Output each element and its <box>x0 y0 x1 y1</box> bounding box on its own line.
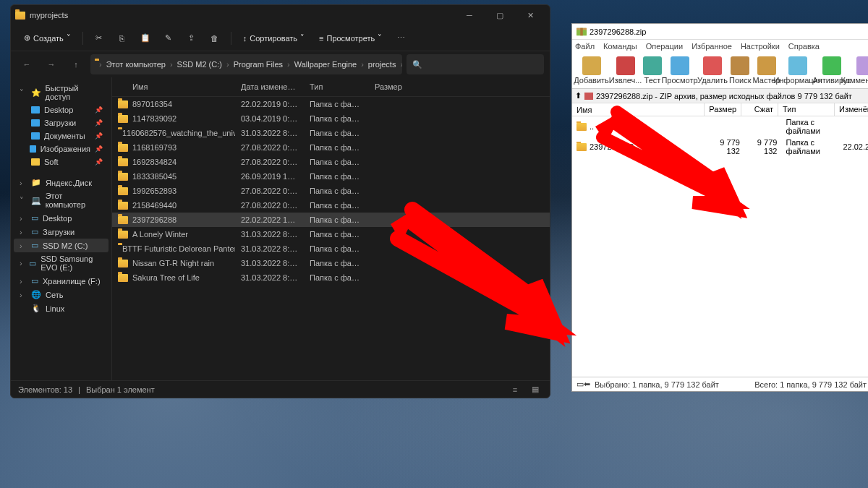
folder-icon <box>118 144 128 152</box>
file-row[interactable]: 215846944027.08.2022 0:33Папка с файлами <box>112 198 550 213</box>
folder-icon <box>118 115 128 123</box>
folder-icon <box>118 173 128 181</box>
explorer-window[interactable]: myprojects ─ ▢ ✕ ⊕ Создать ˅ ✂ ⎘ 📋 ✎ ⇪ 🗑… <box>10 4 550 398</box>
winrar-columns[interactable]: Имя Размер Сжат Тип Изменён <box>572 103 868 116</box>
file-row[interactable]: Sakura Tree of Life31.03.2022 8:05Папка … <box>112 270 550 285</box>
folder-icon <box>15 12 25 20</box>
toolbar-button[interactable]: Добавить <box>575 56 608 85</box>
file-row[interactable]: 114783909203.04.2019 0:23Папка с файлами <box>112 111 550 126</box>
winrar-rows[interactable]: ..Папка с файлами23972962889 779 1329 77… <box>572 116 868 377</box>
explorer-nav: ← → ↑ › Этот компьютер› SSD M2 (C:)› Pro… <box>11 51 550 77</box>
cut-icon[interactable]: ✂ <box>89 28 109 48</box>
winrar-title: 2397296288.zip <box>590 27 646 36</box>
file-row[interactable]: 116816979327.08.2022 0:27Папка с файлами <box>112 140 550 155</box>
sidebar-item[interactable]: Изображения📌 <box>14 142 109 155</box>
menu-item[interactable]: Настройки <box>741 42 780 51</box>
file-row[interactable]: 1160682576_watching_the_universe_red31.0… <box>112 126 550 140</box>
sidebar-thispc[interactable]: ˅💻 Этот компьютер <box>14 189 109 211</box>
file-row[interactable]: Nissan GT-R Night rain31.03.2022 8:05Пап… <box>112 256 550 270</box>
toolbar-button[interactable]: Комментарий <box>850 56 868 85</box>
winrar-status-total: Всего: 1 папка, 9 779 132 байт <box>754 380 867 389</box>
archive-row[interactable]: ..Папка с файлами <box>572 116 868 137</box>
menu-item[interactable]: Избранное <box>692 42 732 51</box>
file-row[interactable]: BTTF Futuristic Delorean Pantera31.03.20… <box>112 241 550 256</box>
toolbar-button[interactable]: Извлеч... <box>609 56 642 85</box>
sidebar-item[interactable]: Документы📌 <box>14 129 109 142</box>
forward-button[interactable]: → <box>41 54 61 74</box>
sidebar-quick-access[interactable]: ˅⭐ Быстрый доступ <box>14 82 109 103</box>
sidebar-item[interactable]: ›▭ SSD Samsung EVO (E:) <box>14 252 109 274</box>
view-button[interactable]: ≡ Просмотреть ˅ <box>313 30 388 46</box>
winrar-window[interactable]: 2397296288.zip ФайлКомандыОперацииИзбран… <box>571 23 868 392</box>
explorer-titlebar[interactable]: myprojects ─ ▢ ✕ <box>11 5 550 25</box>
status-bar: Элементов: 13 | Выбран 1 элемент ≡ ▦ <box>11 380 550 398</box>
winrar-titlebar[interactable]: 2397296288.zip <box>572 24 868 40</box>
winrar-toolbar: ДобавитьИзвлеч...ТестПросмотрУдалитьПоис… <box>572 53 868 89</box>
close-button[interactable]: ✕ <box>515 5 545 25</box>
sidebar-item[interactable]: Soft📌 <box>14 155 109 168</box>
copy-icon[interactable]: ⎘ <box>112 28 132 48</box>
share-icon[interactable]: ⇪ <box>182 28 202 48</box>
search-icon: 🔍 <box>412 60 422 69</box>
status-selection: Выбран 1 элемент <box>86 385 155 394</box>
file-row[interactable]: 89701635422.02.2019 0:26Папка с файлами <box>112 97 550 111</box>
menu-item[interactable]: Файл <box>575 42 595 51</box>
folder-icon <box>576 143 587 151</box>
folder-icon <box>118 158 128 166</box>
sidebar-linux[interactable]: 🐧 Linux <box>14 301 109 315</box>
svg-rect-3 <box>584 93 593 100</box>
sidebar-item[interactable]: Загрузки📌 <box>14 116 109 129</box>
sidebar-item[interactable]: ›▭ Загрузки <box>14 225 109 239</box>
paste-icon[interactable]: 📋 <box>135 28 156 48</box>
file-list[interactable]: Имя Дата изменения Тип Размер 8970163542… <box>112 77 550 380</box>
sidebar-yandex[interactable]: ›📁 Яндекс.Диск <box>14 176 109 189</box>
file-row[interactable]: A Lonely Winter31.03.2022 8:05Папка с фа… <box>112 227 550 241</box>
explorer-toolbar: ⊕ Создать ˅ ✂ ⎘ 📋 ✎ ⇪ 🗑 ↕ Сортировать ˅ … <box>11 25 550 51</box>
sort-button[interactable]: ↕ Сортировать ˅ <box>237 30 310 46</box>
winrar-icon <box>576 27 587 37</box>
sidebar-item[interactable]: ›▭ SSD M2 (C:) <box>14 239 109 252</box>
sidebar-item[interactable]: ›▭ Хранилище (F:) <box>14 274 109 288</box>
tiles-view-icon[interactable]: ▦ <box>528 384 542 395</box>
create-button[interactable]: ⊕ Создать ˅ <box>18 30 77 46</box>
menu-item[interactable]: Операции <box>646 42 683 51</box>
status-count: Элементов: 13 <box>18 385 72 394</box>
menu-item[interactable]: Команды <box>603 42 637 51</box>
file-row[interactable]: 169283482427.08.2022 0:27Папка с файлами <box>112 155 550 169</box>
folder-icon <box>118 187 128 195</box>
toolbar-button[interactable]: Тест <box>643 56 662 85</box>
toolbar-button[interactable]: Информация <box>782 56 814 85</box>
folder-icon <box>118 100 128 108</box>
archive-icon <box>584 92 593 100</box>
toolbar-button[interactable]: Поиск <box>729 56 751 85</box>
file-list-header[interactable]: Имя Дата изменения Тип Размер <box>112 77 550 97</box>
breadcrumb[interactable]: › Этот компьютер› SSD M2 (C:)› Program F… <box>90 54 402 74</box>
menu-item[interactable]: Справка <box>788 42 820 51</box>
sidebar-item[interactable]: ›▭ Desktop <box>14 211 109 225</box>
folder-icon <box>118 260 128 267</box>
details-view-icon[interactable]: ≡ <box>508 384 522 395</box>
up-icon[interactable]: ⬆ <box>575 91 582 100</box>
sidebar-item[interactable]: Desktop📌 <box>14 103 109 116</box>
file-row[interactable]: 239729628822.02.2022 15:49Папка с файлам… <box>112 213 550 227</box>
winrar-path[interactable]: ⬆ 2397296288.zip - ZIP архив, размер исх… <box>572 89 868 103</box>
folder-icon <box>118 231 128 239</box>
file-row[interactable]: 199265289327.08.2022 0:32Папка с файлами <box>112 184 550 198</box>
winrar-menu: ФайлКомандыОперацииИзбранноеНастройкиСпр… <box>572 40 868 53</box>
maximize-button[interactable]: ▢ <box>485 5 515 25</box>
sidebar-network[interactable]: ›🌐 Сеть <box>14 288 109 301</box>
archive-row[interactable]: 23972962889 779 1329 779 132Папка с файл… <box>572 137 868 157</box>
sidebar[interactable]: ˅⭐ Быстрый доступ Desktop📌 Загрузки📌 Док… <box>11 77 112 380</box>
rename-icon[interactable]: ✎ <box>158 28 179 48</box>
more-icon[interactable]: ⋯ <box>391 28 411 48</box>
delete-icon[interactable]: 🗑 <box>205 28 225 48</box>
file-row[interactable]: 183338504526.09.2019 17:46Папка с файлам… <box>112 169 550 184</box>
search-input[interactable]: 🔍 <box>407 54 544 74</box>
winrar-status: ▭⬅ Выбрано: 1 папка, 9 779 132 байт Всег… <box>572 377 868 391</box>
back-button[interactable]: ← <box>17 54 37 74</box>
toolbar-button[interactable]: Удалить <box>697 56 728 85</box>
folder-icon <box>118 202 128 210</box>
up-button[interactable]: ↑ <box>66 54 86 74</box>
toolbar-button[interactable]: Просмотр <box>663 56 696 85</box>
minimize-button[interactable]: ─ <box>454 5 485 25</box>
